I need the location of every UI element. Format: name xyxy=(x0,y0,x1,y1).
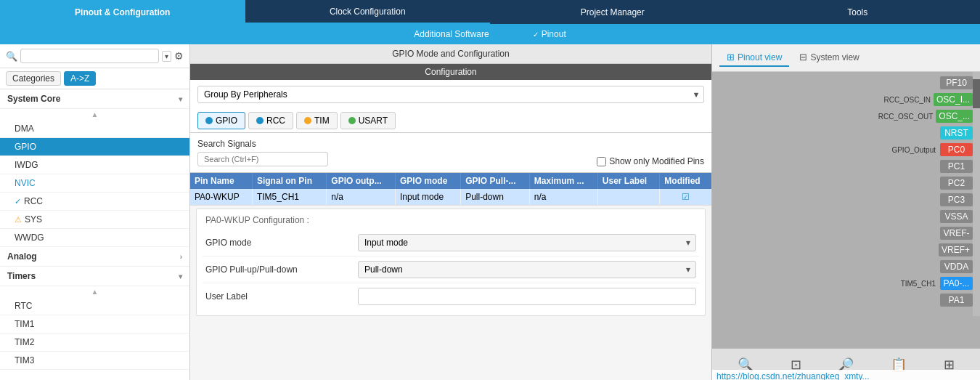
top-nav: Pinout & Configuration Clock Configurati… xyxy=(0,0,980,24)
right-tab-pinout[interactable]: ⊞ Pinout view xyxy=(719,49,789,67)
pin-label-tim5-ch1: TIM5_CH1 xyxy=(901,280,936,288)
pa0-config-title: PA0-WKUP Configuration : xyxy=(203,215,699,225)
tab-project-manager[interactable]: Project Manager xyxy=(490,0,735,24)
sidebar-tab-categories[interactable]: Categories xyxy=(6,71,61,86)
pin-chip-vdda[interactable]: VDDA xyxy=(940,260,973,273)
pa0-config-section: PA0-WKUP Configuration : GPIO mode Input… xyxy=(196,209,706,316)
sidebar-item-tim2[interactable]: TIM2 xyxy=(0,333,189,352)
search-signals-label: Search Signals xyxy=(197,139,328,149)
gpio-dot-icon xyxy=(205,117,213,124)
gpio-pull-label: GPIO Pull-up/Pull-down xyxy=(205,264,351,275)
col-gpio-pull: GPIO Pull-... xyxy=(461,173,530,189)
search-signals-input[interactable] xyxy=(197,152,328,166)
gpio-mode-select[interactable]: Input mode Output Push Pull Output Open … xyxy=(358,234,696,251)
pin-chip-pf10[interactable]: PF10 xyxy=(940,76,973,89)
pin-row-pc3: PC3 xyxy=(940,192,973,208)
sidebar-category-analog[interactable]: Analog › xyxy=(0,247,189,267)
pin-chip-vref-minus[interactable]: VREF- xyxy=(940,227,973,240)
pin-row-pc1: PC1 xyxy=(940,158,973,174)
pin-row-vref-plus: VREF+ xyxy=(939,242,973,258)
subnav-additional-software[interactable]: Additional Software xyxy=(414,29,489,39)
pin-row-rcc-osc-out: RCC_OSC_OUT OSC_... xyxy=(878,108,973,124)
pin-chip-pc0[interactable]: PC0 xyxy=(940,143,973,156)
pin-chip-pa1[interactable]: PA1 xyxy=(940,294,973,307)
sidebar-item-wwdg[interactable]: WWDG xyxy=(0,229,189,247)
table-row[interactable]: PA0-WKUP TIM5_CH1 n/a Input mode Pull-do xyxy=(190,189,711,206)
cell-signal: TIM5_CH1 xyxy=(252,189,326,206)
col-pin-name: Pin Name xyxy=(190,173,252,189)
pin-chip-nrst[interactable]: NRST xyxy=(940,126,973,140)
show-modified-checkbox-row: Show only Modified Pins xyxy=(597,156,704,166)
sidebar-category-timers[interactable]: Timers ▾ xyxy=(0,267,189,286)
bottom-url-bar[interactable]: https://blog.csdn.net/zhuangkeg_xmty... xyxy=(712,370,980,380)
sidebar-search-input[interactable] xyxy=(20,49,159,63)
show-modified-checkbox[interactable] xyxy=(597,157,606,166)
col-gpio-mode: GPIO mode xyxy=(396,173,461,189)
pin-row-pc2: PC2 xyxy=(940,175,973,191)
gpio-mode-row: GPIO mode Input mode Output Push Pull Ou… xyxy=(203,230,699,256)
subnav-pinout[interactable]: ✓ Pinout xyxy=(533,29,566,39)
col-gpio-output: GPIO outp... xyxy=(327,173,396,189)
ptab-tim[interactable]: TIM xyxy=(296,112,338,129)
sidebar-item-rcc[interactable]: ✓ RCC xyxy=(0,193,189,211)
pinout-view-icon: ⊞ xyxy=(727,52,735,62)
col-user-label: User Label xyxy=(597,173,660,189)
tab-pinout-config[interactable]: Pinout & Configuration xyxy=(0,0,245,24)
main-layout: 🔍 ▾ ⚙ Categories A->Z System Core ▾ ▲ DM… xyxy=(0,44,980,380)
gpio-pull-row: GPIO Pull-up/Pull-down Pull-down Pull-up… xyxy=(203,256,699,283)
right-scrollbar[interactable] xyxy=(973,72,980,316)
sidebar-content: System Core ▾ ▲ DMA GPIO IWDG NVIC ✓ RCC… xyxy=(0,89,189,380)
pin-chip-vref-plus[interactable]: VREF+ xyxy=(939,243,973,256)
checkmark-icon: ✓ xyxy=(15,197,21,206)
pin-label-rcc-osc-in: RCC_OSC_IN xyxy=(884,96,931,104)
cell-gpio-mode: Input mode xyxy=(396,189,461,206)
cell-user-label xyxy=(597,189,660,206)
pin-chip-pa0[interactable]: PA0-... xyxy=(940,277,973,290)
user-label-label: User Label xyxy=(205,291,351,302)
sidebar-item-tim1[interactable]: TIM1 xyxy=(0,315,189,333)
pins-table-wrapper: Pin Name Signal on Pin GPIO outp... GPIO… xyxy=(190,173,711,206)
sidebar-up-arrow[interactable]: ▲ xyxy=(0,109,189,120)
pin-row-pa0: TIM5_CH1 PA0-... xyxy=(901,275,973,291)
sidebar-item-tim3[interactable]: TIM3 xyxy=(0,352,189,370)
pin-row-nrst: NRST xyxy=(937,125,973,141)
sidebar-category-system-core[interactable]: System Core ▾ xyxy=(0,89,189,109)
col-signal: Signal on Pin xyxy=(252,173,326,189)
gpio-pull-select[interactable]: Pull-down Pull-up No pull-up and no pull… xyxy=(358,261,696,278)
user-label-input[interactable] xyxy=(358,288,696,305)
cell-modified: ☑ xyxy=(660,189,711,206)
right-tab-system[interactable]: ⊟ System view xyxy=(792,49,866,67)
pin-chip-osc-out[interactable]: OSC_... xyxy=(936,110,973,123)
pin-row-vdda: VDDA xyxy=(940,259,973,275)
ptab-gpio[interactable]: GPIO xyxy=(197,112,245,129)
gpio-mode-label: GPIO mode xyxy=(205,238,351,248)
sidebar-item-rtc[interactable]: RTC xyxy=(0,297,189,315)
pin-row-vssa: VSSA xyxy=(940,209,973,225)
right-scrollbar-thumb[interactable] xyxy=(973,79,980,108)
sidebar-item-dma[interactable]: DMA xyxy=(0,120,189,138)
tab-clock-config[interactable]: Clock Configuration xyxy=(245,0,491,24)
sidebar-item-nvic[interactable]: NVIC xyxy=(0,174,189,193)
pin-chip-pc1[interactable]: PC1 xyxy=(940,160,973,173)
group-by-select[interactable]: Group By Peripherals Group By Modes xyxy=(197,86,704,103)
usart-dot-icon xyxy=(348,117,356,124)
pin-chip-pc3[interactable]: PC3 xyxy=(940,193,973,206)
sidebar-item-sys[interactable]: ⚠ SYS xyxy=(0,211,189,229)
sidebar-item-iwdg[interactable]: IWDG xyxy=(0,156,189,174)
ptab-usart[interactable]: USART xyxy=(340,112,396,129)
pin-chip-pc2[interactable]: PC2 xyxy=(940,177,973,190)
pin-row-pf10: PF10 xyxy=(937,75,973,91)
ptab-rcc[interactable]: RCC xyxy=(248,112,293,129)
tab-tools[interactable]: Tools xyxy=(735,0,981,24)
gear-icon[interactable]: ⚙ xyxy=(174,50,184,62)
pin-chip-vssa[interactable]: VSSA xyxy=(940,210,973,223)
col-modified: Modified xyxy=(660,173,711,189)
pin-row-rcc-osc-in: RCC_OSC_IN OSC_I... xyxy=(884,92,973,108)
sub-nav: Additional Software ✓ Pinout xyxy=(0,24,980,44)
pin-chip-osc-i[interactable]: OSC_I... xyxy=(934,93,973,106)
col-maximum: Maximum ... xyxy=(529,173,597,189)
sidebar-tab-atoz[interactable]: A->Z xyxy=(64,71,96,86)
dropdown-arrow-icon[interactable]: ▾ xyxy=(162,51,171,62)
sidebar-up-arrow-timers[interactable]: ▲ xyxy=(0,286,189,297)
sidebar-item-gpio[interactable]: GPIO xyxy=(0,138,189,156)
